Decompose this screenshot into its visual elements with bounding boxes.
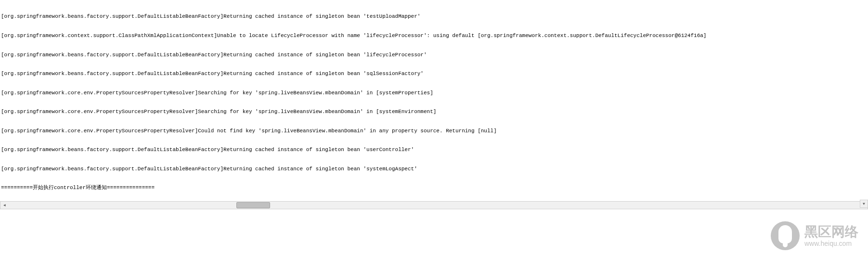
watermark-logo-icon bbox=[771, 221, 800, 250]
log-line: [org.springframework.beans.factory.suppo… bbox=[1, 52, 867, 58]
log-line: [org.springframework.context.support.Cla… bbox=[1, 33, 867, 39]
log-line: [org.springframework.beans.factory.suppo… bbox=[1, 166, 867, 172]
horizontal-scrollbar[interactable]: ◄ ► bbox=[0, 201, 868, 209]
scroll-left-arrow-icon[interactable]: ◄ bbox=[0, 202, 9, 209]
log-line: [org.springframework.core.env.PropertySo… bbox=[1, 109, 867, 115]
log-line: [org.springframework.beans.factory.suppo… bbox=[1, 13, 867, 20]
log-line: [org.springframework.beans.factory.suppo… bbox=[1, 71, 867, 77]
log-line: [org.springframework.beans.factory.suppo… bbox=[1, 147, 867, 153]
log-line: ==========开始执行controller环绕通知============… bbox=[1, 185, 867, 191]
log-line: [org.springframework.core.env.PropertySo… bbox=[1, 128, 867, 134]
watermark-url: www.heiqu.com bbox=[804, 240, 858, 248]
watermark: 黑区网络 www.heiqu.com bbox=[771, 221, 858, 250]
watermark-title: 黑区网络 bbox=[804, 224, 858, 240]
scroll-down-arrow-icon: ▼ bbox=[863, 202, 865, 206]
vertical-scroll-arrow[interactable]: ▼ bbox=[860, 200, 868, 208]
console-output[interactable]: [org.springframework.beans.factory.suppo… bbox=[0, 0, 868, 202]
log-line: [org.springframework.core.env.PropertySo… bbox=[1, 90, 867, 96]
scrollbar-thumb[interactable] bbox=[236, 202, 270, 208]
watermark-text: 黑区网络 www.heiqu.com bbox=[804, 224, 858, 248]
